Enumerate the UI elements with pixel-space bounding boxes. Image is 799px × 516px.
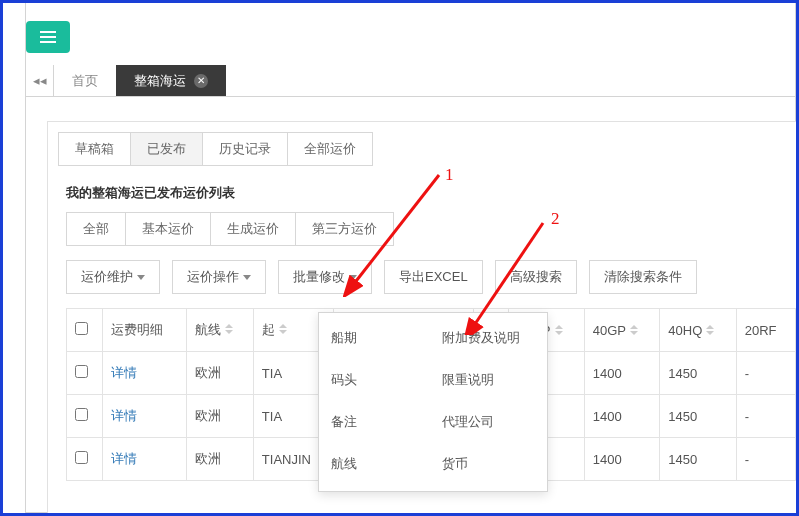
- double-chevron-left-icon: ◂◂: [33, 73, 47, 88]
- row-checkbox[interactable]: [75, 408, 88, 421]
- cell-40hq: 1450: [660, 352, 736, 395]
- th-label: 运费明细: [111, 322, 163, 337]
- nav-tab-home[interactable]: 首页: [54, 65, 116, 96]
- detail-link[interactable]: 详情: [111, 408, 137, 423]
- col-detail[interactable]: 运费明细: [103, 309, 187, 352]
- nav-tab-label: 首页: [72, 72, 98, 90]
- col-checkbox: [67, 309, 103, 352]
- caret-down-icon: [243, 275, 251, 280]
- cell-20rf: -: [736, 395, 795, 438]
- sort-icon: [706, 325, 714, 335]
- th-label: 40GP: [593, 323, 626, 338]
- btn-label: 运价操作: [187, 268, 239, 286]
- sort-icon: [279, 324, 287, 334]
- cell-40gp: 1400: [584, 438, 660, 481]
- row-checkbox[interactable]: [75, 365, 88, 378]
- select-all-checkbox[interactable]: [75, 322, 88, 335]
- btn-label: 批量修改: [293, 268, 345, 286]
- cell-20rf: -: [736, 438, 795, 481]
- sort-icon: [555, 325, 563, 335]
- maintain-button[interactable]: 运价维护: [66, 260, 160, 294]
- close-tab-icon[interactable]: ✕: [194, 74, 208, 88]
- nav-tab-label: 整箱海运: [134, 72, 186, 90]
- col-40gp[interactable]: 40GP: [584, 309, 660, 352]
- annotation-label-1: 1: [445, 165, 454, 185]
- cell-detail: 详情: [103, 395, 187, 438]
- th-label: 40HQ: [668, 323, 702, 338]
- btn-label: 运价维护: [81, 268, 133, 286]
- clear-search-button[interactable]: 清除搜索条件: [589, 260, 697, 294]
- sort-icon: [630, 325, 638, 335]
- detail-link[interactable]: 详情: [111, 365, 137, 380]
- svg-line-1: [473, 223, 543, 327]
- caret-down-icon: [137, 275, 145, 280]
- row-checkbox[interactable]: [75, 451, 88, 464]
- filter-tab-basic[interactable]: 基本运价: [125, 212, 211, 246]
- th-label: 起: [262, 322, 275, 337]
- dd-item-remark[interactable]: 备注: [327, 411, 432, 433]
- card-tabs: 草稿箱 已发布 历史记录 全部运价: [48, 122, 796, 166]
- nav-back-button[interactable]: ◂◂: [26, 65, 54, 96]
- annotation-label-2: 2: [551, 209, 560, 229]
- cell-detail: 详情: [103, 352, 187, 395]
- annotation-arrow-1: [343, 167, 453, 297]
- col-40hq[interactable]: 40HQ: [660, 309, 736, 352]
- cell-40gp: 1400: [584, 352, 660, 395]
- th-label: 20RF: [745, 323, 777, 338]
- annotation-arrow-2: [463, 215, 553, 335]
- col-route[interactable]: 航线: [187, 309, 254, 352]
- card-tab-draft[interactable]: 草稿箱: [58, 132, 131, 166]
- row-checkbox-cell: [67, 438, 103, 481]
- dd-item-weight-limit[interactable]: 限重说明: [438, 369, 543, 391]
- cell-40gp: 1400: [584, 395, 660, 438]
- batch-edit-dropdown: 船期 附加费及说明 码头 限重说明 备注 代理公司 航线 货币: [318, 312, 548, 492]
- cell-detail: 详情: [103, 438, 187, 481]
- sort-icon: [225, 324, 233, 334]
- row-checkbox-cell: [67, 395, 103, 438]
- cell-40hq: 1450: [660, 438, 736, 481]
- detail-link[interactable]: 详情: [111, 451, 137, 466]
- card-tab-published[interactable]: 已发布: [130, 132, 203, 166]
- row-checkbox-cell: [67, 352, 103, 395]
- filter-tab-all[interactable]: 全部: [66, 212, 126, 246]
- dd-item-ship-schedule[interactable]: 船期: [327, 327, 432, 349]
- card-tab-all[interactable]: 全部运价: [287, 132, 373, 166]
- dd-item-terminal[interactable]: 码头: [327, 369, 432, 391]
- cell-route: 欧洲: [187, 395, 254, 438]
- filter-tab-gen[interactable]: 生成运价: [210, 212, 296, 246]
- cell-route: 欧洲: [187, 352, 254, 395]
- cell-20rf: -: [736, 352, 795, 395]
- cell-route: 欧洲: [187, 438, 254, 481]
- nav-tab-active[interactable]: 整箱海运 ✕: [116, 65, 226, 96]
- cell-40hq: 1450: [660, 395, 736, 438]
- card-tab-history[interactable]: 历史记录: [202, 132, 288, 166]
- dd-item-currency[interactable]: 货币: [438, 453, 543, 475]
- col-20rf[interactable]: 20RF: [736, 309, 795, 352]
- operate-button[interactable]: 运价操作: [172, 260, 266, 294]
- dd-item-route[interactable]: 航线: [327, 453, 432, 475]
- hamburger-icon: [40, 31, 56, 43]
- svg-line-0: [353, 175, 439, 285]
- th-label: 航线: [195, 322, 221, 337]
- dd-item-agent[interactable]: 代理公司: [438, 411, 543, 433]
- hamburger-menu-button[interactable]: [26, 21, 70, 53]
